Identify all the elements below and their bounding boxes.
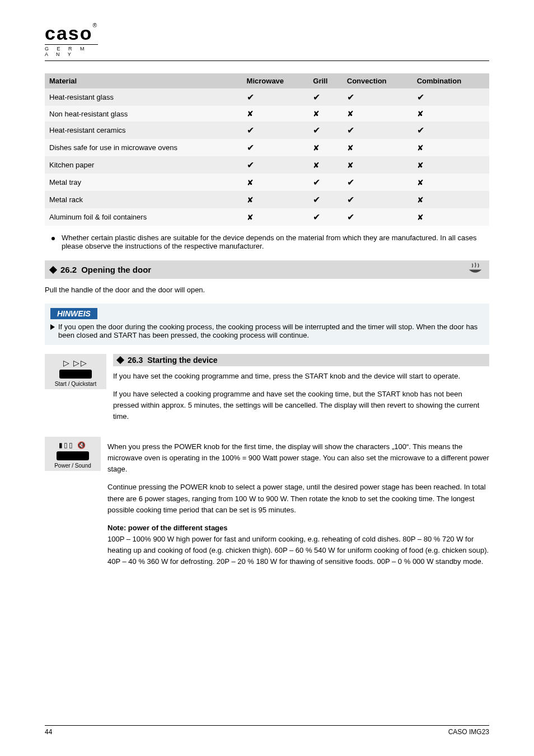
table-row: Aluminum foil & foil containers ✘ ✔ ✔ ✘ [45,208,489,226]
cell-mark: ✔ [308,174,342,191]
section-body-opening: Pull the handle of the door and the door… [45,284,489,296]
table-row: Non heat-resistant glass ✘ ✘ ✘ ✘ [45,106,489,122]
section-header-opening-door: 26.2 Opening the door [45,260,489,279]
plastic-note-text: Whether certain plastic dishes are suita… [62,234,489,250]
cell-mark: ✘ [413,174,489,191]
cell-mark: ✔ [413,88,489,106]
steam-bowl-icon [467,263,484,277]
triangle-icon [50,324,55,330]
th-combination: Combination [413,73,489,88]
page-number: 44 [45,728,52,736]
power-p1: When you press the POWER knob for the fi… [107,441,489,475]
button-graphic [59,370,92,379]
cell-mark: ✔ [308,208,342,226]
page-footer: 44 CASO IMG23 [45,725,489,736]
hinweis-note: HINWEIS If you open the door during the … [45,304,489,345]
cell-mark: ✘ [413,208,489,226]
illust-label: Power / Sound [48,463,97,469]
brand-logo: caso® G E R M A N Y [45,22,489,57]
cell-label: Kitchen paper [45,156,242,174]
brand-name: caso [45,22,93,44]
start-p1: If you have set the cooking programme an… [113,371,489,382]
section-title: Opening the door [81,265,151,274]
cell-mark: ✘ [343,139,413,156]
table-row: Heat-resistant ceramics ✔ ✔ ✔ ✔ [45,122,489,139]
section-header-starting: 26.3 Starting the device [113,354,489,366]
power-note: Note: power of the different stages 100P… [107,522,489,568]
cell-mark: ✔ [308,122,342,139]
section-title: Starting the device [147,356,217,365]
start-p2: If you have selected a cooking programme… [113,389,489,422]
cell-mark: ✘ [308,156,342,174]
power-note-body: 100P – 100% 900 W high power for fast an… [107,535,489,566]
th-material: Material [45,73,242,88]
table-row: Kitchen paper ✔ ✘ ✘ ✘ [45,156,489,174]
bullet-icon [51,237,55,240]
cell-mark: ✘ [413,191,489,208]
power-sound-icons: ▮▯▯ 🔇 [48,441,97,449]
cell-mark: ✔ [343,191,413,208]
cell-mark: ✔ [308,191,342,208]
cell-label: Heat-resistant ceramics [45,122,242,139]
table-row: Dishes safe for use in microwave ovens ✔… [45,139,489,156]
table-header-row: Material Microwave Grill Convection Comb… [45,73,489,88]
hinweis-text: If you open the door during the cooking … [58,323,484,339]
materials-table: Material Microwave Grill Convection Comb… [45,73,489,226]
button-graphic [57,451,89,460]
table-row: Metal tray ✘ ✔ ✔ ✘ [45,174,489,191]
th-microwave: Microwave [242,73,309,88]
cell-label: Metal rack [45,191,242,208]
hinweis-badge: HINWEIS [50,308,97,319]
reg-mark: ® [93,22,97,29]
cell-label: Heat-resistant glass [45,88,242,106]
table-row: Heat-resistant glass ✔ ✔ ✔ ✔ [45,88,489,106]
start-quickstart-illust: ▷ ▷▷ Start / Quickstart [45,354,106,389]
th-grill: Grill [308,73,342,88]
th-convection: Convection [343,73,413,88]
cell-mark: ✘ [343,156,413,174]
cell-mark: ✘ [242,174,309,191]
cell-mark: ✘ [308,139,342,156]
section-number: 26.2 [60,265,77,274]
diamond-icon [116,356,124,363]
power-note-title: Note: power of the different stages [107,524,228,532]
cell-label: Non heat-resistant glass [45,106,242,122]
section-number: 26.3 [128,356,143,365]
cell-mark: ✔ [413,122,489,139]
cell-mark: ✔ [242,88,309,106]
cell-mark: ✘ [242,191,309,208]
rule-top [45,60,489,61]
cell-mark: ✘ [242,208,309,226]
cell-mark: ✘ [308,106,342,122]
cell-label: Metal tray [45,174,242,191]
cell-mark: ✔ [242,156,309,174]
plastic-note: Whether certain plastic dishes are suita… [45,234,489,250]
illust-label: Start / Quickstart [48,381,103,387]
model-name: CASO IMG23 [448,728,489,736]
section-power-sound: ▮▯▯ 🔇 Power / Sound When you press the P… [45,437,489,574]
play-icons: ▷ ▷▷ [48,358,103,367]
cell-mark: ✘ [413,106,489,122]
cell-mark: ✔ [343,208,413,226]
power-p2: Continue pressing the POWER knob to sele… [107,482,489,515]
cell-mark: ✔ [242,122,309,139]
cell-mark: ✘ [413,139,489,156]
table-row: Metal rack ✘ ✔ ✔ ✘ [45,191,489,208]
cell-mark: ✘ [413,156,489,174]
footer-rule [45,725,489,726]
diamond-icon [49,265,57,273]
cell-mark: ✘ [242,106,309,122]
cell-mark: ✔ [343,122,413,139]
cell-mark: ✔ [343,174,413,191]
cell-mark: ✔ [308,88,342,106]
brand-sub: G E R M A N Y [45,44,98,57]
section-starting-device: ▷ ▷▷ Start / Quickstart 26.3 Starting th… [45,354,489,430]
cell-mark: ✔ [343,88,413,106]
cell-label: Dishes safe for use in microwave ovens [45,139,242,156]
cell-label: Aluminum foil & foil containers [45,208,242,226]
cell-mark: ✔ [242,139,309,156]
cell-mark: ✘ [343,106,413,122]
power-sound-illust: ▮▯▯ 🔇 Power / Sound [45,437,101,471]
